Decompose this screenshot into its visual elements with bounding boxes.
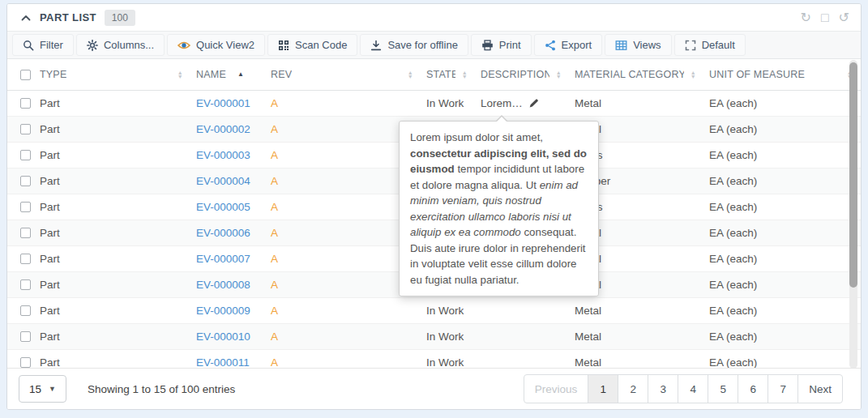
page-button-7[interactable]: 7	[768, 374, 798, 403]
part-name-link[interactable]: EV-000006	[196, 227, 250, 239]
part-list-panel: PART LIST 100 ↻□↺ FilterColumns...Quick …	[6, 3, 862, 410]
column-label: STATE	[426, 69, 455, 80]
views-button[interactable]: Views	[605, 34, 671, 56]
row-checkbox[interactable]	[20, 124, 31, 134]
column-label: UNIT OF MEASURE	[709, 69, 805, 80]
window-icon[interactable]: □	[821, 11, 829, 24]
part-name-link[interactable]: EV-000010	[196, 331, 250, 343]
edit-pencil-icon[interactable]	[528, 98, 539, 109]
page-size-value: 15	[29, 383, 41, 395]
part-name-link[interactable]: EV-000011	[196, 356, 250, 369]
sort-ascending-icon: ▲	[237, 70, 244, 78]
column-header-description[interactable]: DESCRIPTION▲▼	[476, 59, 570, 90]
table-area: TYPE▲▼NAME▲REV▲▼STATE▲▼DESCRIPTION▲▼MATE…	[7, 59, 861, 368]
part-name-link[interactable]: EV-000004	[196, 175, 250, 187]
column-header-type[interactable]: TYPE▲▼	[35, 59, 191, 90]
table-row: PartEV-000001AIn WorkLorem…MetalEA (each…	[7, 90, 861, 116]
default-button[interactable]: Default	[674, 34, 746, 56]
page-button-1[interactable]: 1	[588, 374, 618, 403]
page-button-next[interactable]: Next	[797, 374, 843, 403]
part-name-link[interactable]: EV-000003	[196, 149, 250, 161]
revision-value: A	[271, 149, 278, 161]
row-checkbox[interactable]	[20, 331, 31, 342]
row-select-cell	[7, 271, 35, 297]
name-cell: EV-000004	[191, 168, 266, 194]
toolbar: FilterColumns...Quick View2Scan CodeSave…	[7, 32, 861, 59]
row-checkbox[interactable]	[20, 98, 31, 109]
row-checkbox[interactable]	[20, 357, 31, 368]
name-cell: EV-000006	[191, 220, 266, 245]
name-cell: EV-000003	[191, 142, 266, 168]
page-button-2[interactable]: 2	[618, 374, 648, 403]
sort-icon: ▲▼	[401, 70, 413, 79]
type-cell: Part	[35, 194, 191, 220]
part-name-link[interactable]: EV-000008	[196, 279, 250, 291]
collapse-panel-button[interactable]	[19, 11, 33, 25]
description-cell: Lorem…	[476, 90, 570, 116]
type-cell: Part	[35, 142, 191, 168]
revision-value: A	[271, 227, 278, 239]
unit-cell: EA (each)	[704, 220, 861, 245]
table-header-row: TYPE▲▼NAME▲REV▲▼STATE▲▼DESCRIPTION▲▼MATE…	[7, 59, 861, 90]
description-tooltip: Lorem ipsum dolor sit amet, consectetur …	[399, 121, 599, 296]
state-cell: In Work	[421, 297, 476, 323]
row-select-cell	[7, 220, 35, 245]
part-name-link[interactable]: EV-000007	[196, 253, 250, 265]
row-checkbox[interactable]	[20, 228, 31, 238]
part-name-link[interactable]: EV-000001	[196, 97, 250, 109]
toolbar-button-label: Export	[562, 39, 592, 51]
revision-value: A	[271, 97, 278, 109]
page-button-5[interactable]: 5	[708, 374, 738, 403]
save-offline-button[interactable]: Save for offline	[360, 34, 468, 56]
material-cell: Metal	[570, 297, 704, 323]
part-name-link[interactable]: EV-000002	[196, 123, 250, 135]
row-checkbox[interactable]	[20, 176, 31, 186]
select-all-checkbox[interactable]	[20, 70, 31, 80]
refresh-icon[interactable]: ↻	[801, 11, 811, 24]
qr-icon	[278, 40, 289, 51]
toolbar-button-label: Quick View2	[196, 39, 254, 51]
vertical-scrollbar-thumb[interactable]	[849, 62, 857, 288]
row-checkbox[interactable]	[20, 305, 31, 316]
print-button[interactable]: Print	[471, 34, 532, 56]
part-name-link[interactable]: EV-000005	[196, 201, 250, 213]
column-label: TYPE	[40, 69, 66, 80]
page-button-6[interactable]: 6	[738, 374, 768, 403]
undo-icon[interactable]: ↺	[839, 11, 849, 24]
row-select-cell	[7, 168, 35, 194]
vertical-scrollbar-track[interactable]	[849, 60, 857, 368]
row-checkbox[interactable]	[20, 202, 31, 212]
row-checkbox[interactable]	[20, 279, 31, 290]
material-cell: Metal	[570, 90, 704, 116]
select-all-header-cell	[7, 59, 35, 90]
row-checkbox[interactable]	[20, 254, 31, 264]
quick-view-button[interactable]: Quick View2	[167, 34, 265, 56]
column-header-state[interactable]: STATE▲▼	[421, 59, 476, 90]
material-cell: Metal	[570, 323, 704, 349]
export-button[interactable]: Export	[534, 34, 603, 56]
grid-icon	[615, 40, 627, 51]
page-button-3[interactable]: 3	[648, 374, 678, 403]
name-cell: EV-000008	[191, 271, 266, 297]
type-cell: Part	[35, 297, 191, 323]
type-cell: Part	[35, 271, 191, 297]
column-header-rev[interactable]: REV▲▼	[266, 59, 421, 90]
search-icon	[23, 40, 34, 51]
columns-button[interactable]: Columns...	[76, 34, 165, 56]
part-name-link[interactable]: EV-000009	[196, 305, 250, 317]
column-header-name[interactable]: NAME▲	[191, 59, 266, 90]
row-select-cell	[7, 90, 35, 116]
page-button-previous[interactable]: Previous	[524, 374, 589, 403]
page-button-4[interactable]: 4	[678, 374, 708, 403]
column-header-material-category[interactable]: MATERIAL CATEGORY▲▼	[570, 59, 704, 90]
scan-code-button[interactable]: Scan Code	[267, 34, 357, 56]
unit-cell: EA (each)	[704, 90, 861, 116]
page-size-select[interactable]: 15 ▼	[19, 375, 66, 403]
unit-cell: EA (each)	[704, 349, 861, 368]
column-label: DESCRIPTION	[481, 69, 549, 80]
table-row: PartEV-000009AIn WorkMetalEA (each)	[7, 297, 861, 323]
row-checkbox[interactable]	[20, 150, 31, 160]
column-header-unit-of-measure[interactable]: UNIT OF MEASURE▲▼	[704, 59, 861, 90]
filter-button[interactable]: Filter	[12, 34, 74, 56]
state-cell: In Work	[421, 349, 476, 368]
